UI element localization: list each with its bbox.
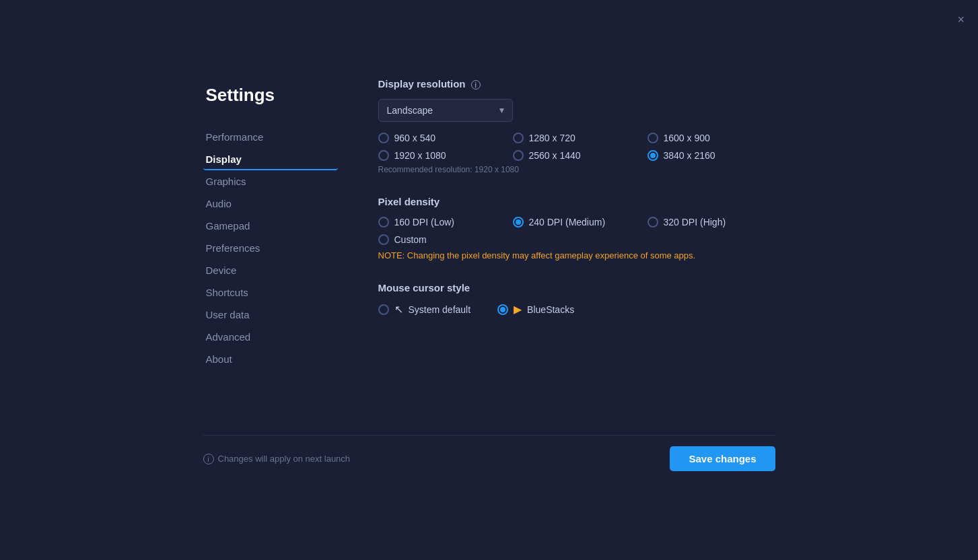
radio-label: 1600 x 900 <box>664 133 710 143</box>
pixel-density-option-dpi240[interactable]: 240 DPI (Medium) <box>513 217 648 228</box>
info-icon: i <box>471 80 481 90</box>
pixel-density-option-dpi320[interactable]: 320 DPI (High) <box>648 217 782 228</box>
radio-circle <box>648 217 658 228</box>
settings-dialog: Settings PerformanceDisplayGraphicsAudio… <box>203 78 775 482</box>
resolution-option-r1920[interactable]: 1920 x 1080 <box>378 150 513 161</box>
recommended-text: Recommended resolution: 1920 x 1080 <box>378 165 782 174</box>
cursor-bluestacks-icon: ▶ <box>514 303 522 316</box>
radio-label: 1280 x 720 <box>529 133 575 143</box>
sidebar-item-audio[interactable]: Audio <box>203 193 338 215</box>
pixel-density-section: Pixel density 160 DPI (Low)240 DPI (Medi… <box>378 196 782 260</box>
radio-label: 2560 x 1440 <box>529 150 581 161</box>
radio-label: 160 DPI (Low) <box>394 217 454 228</box>
radio-circle <box>648 133 658 143</box>
radio-circle <box>513 133 524 143</box>
sidebar: Settings PerformanceDisplayGraphicsAudio… <box>203 78 338 482</box>
footer-note-text: Changes will apply on next launch <box>218 454 351 464</box>
display-resolution-section: Display resolution i LandscapePortrait ▼… <box>378 78 782 174</box>
close-button[interactable]: × <box>957 13 965 26</box>
sidebar-item-about[interactable]: About <box>203 348 338 370</box>
save-changes-button[interactable]: Save changes <box>670 446 775 471</box>
page-title: Settings <box>203 85 338 106</box>
cursor-default-icon: ↖ <box>394 303 403 316</box>
resolution-option-r960[interactable]: 960 x 540 <box>378 133 513 143</box>
mouse-cursor-section: Mouse cursor style ↖System default▶BlueS… <box>378 282 782 316</box>
sidebar-item-preferences[interactable]: Preferences <box>203 237 338 259</box>
radio-circle <box>378 133 389 143</box>
content-area: Display resolution i LandscapePortrait ▼… <box>338 78 782 482</box>
cursor-option-cursor-bluestacks[interactable]: ▶BlueStacks <box>497 303 574 316</box>
radio-label: 240 DPI (Medium) <box>529 217 606 228</box>
sidebar-item-device[interactable]: Device <box>203 259 338 281</box>
pixel-density-note: NOTE: Changing the pixel density may aff… <box>378 250 782 260</box>
sidebar-item-user-data[interactable]: User data <box>203 304 338 326</box>
footer-note: i Changes will apply on next launch <box>203 454 351 464</box>
pixel-density-options: 160 DPI (Low)240 DPI (Medium)320 DPI (Hi… <box>378 217 782 245</box>
sidebar-item-gamepad[interactable]: Gamepad <box>203 215 338 237</box>
pixel-density-option-dpiCustom[interactable]: Custom <box>378 234 513 245</box>
pixel-density-option-dpi160[interactable]: 160 DPI (Low) <box>378 217 513 228</box>
pixel-density-title: Pixel density <box>378 196 782 207</box>
radio-circle <box>513 150 524 161</box>
radio-label: Custom <box>394 234 427 245</box>
sidebar-item-advanced[interactable]: Advanced <box>203 326 338 348</box>
cursor-label: System default <box>409 304 471 315</box>
display-resolution-title: Display resolution i <box>378 78 782 90</box>
radio-circle <box>378 217 389 228</box>
resolution-option-r3840[interactable]: 3840 x 2160 <box>648 150 782 161</box>
footer: i Changes will apply on next launch Save… <box>203 435 775 482</box>
radio-label: 1920 x 1080 <box>394 150 446 161</box>
cursor-option-cursor-system[interactable]: ↖System default <box>378 303 471 316</box>
radio-circle <box>497 304 508 315</box>
radio-label: 3840 x 2160 <box>664 150 715 161</box>
sidebar-item-display[interactable]: Display <box>203 148 338 170</box>
resolution-option-r1280[interactable]: 1280 x 720 <box>513 133 648 143</box>
cursor-options: ↖System default▶BlueStacks <box>378 303 782 316</box>
resolution-dropdown[interactable]: LandscapePortrait <box>378 99 513 122</box>
sidebar-item-graphics[interactable]: Graphics <box>203 170 338 193</box>
resolution-option-r2560[interactable]: 2560 x 1440 <box>513 150 648 161</box>
sidebar-item-shortcuts[interactable]: Shortcuts <box>203 281 338 304</box>
radio-label: 320 DPI (High) <box>664 217 726 228</box>
sidebar-item-performance[interactable]: Performance <box>203 126 338 148</box>
radio-circle <box>648 150 658 161</box>
radio-circle <box>513 217 524 228</box>
radio-circle <box>378 304 389 315</box>
radio-circle <box>378 234 389 245</box>
radio-label: 960 x 540 <box>394 133 436 143</box>
resolution-option-r1600[interactable]: 1600 x 900 <box>648 133 782 143</box>
cursor-label: BlueStacks <box>527 304 574 315</box>
radio-circle <box>378 150 389 161</box>
footer-info-icon: i <box>203 454 214 464</box>
resolution-dropdown-wrapper: LandscapePortrait ▼ <box>378 99 513 122</box>
mouse-cursor-title: Mouse cursor style <box>378 282 782 293</box>
resolution-options: 960 x 5401280 x 7201600 x 9001920 x 1080… <box>378 133 782 161</box>
